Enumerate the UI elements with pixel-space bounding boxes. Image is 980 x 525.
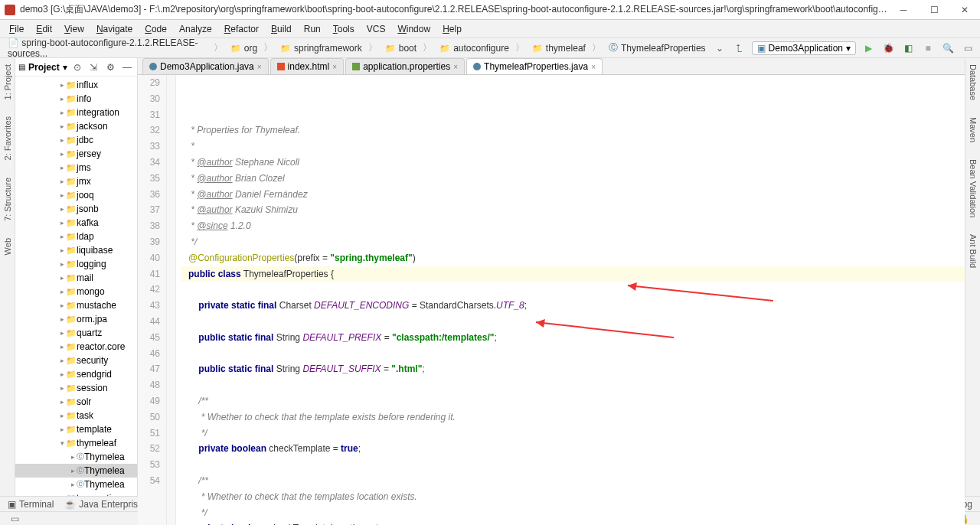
- fold-gutter[interactable]: [167, 75, 176, 525]
- tree-node[interactable]: ▸ task: [15, 409, 137, 422]
- tab-terminal[interactable]: ▣Terminal: [8, 499, 54, 510]
- tree-node[interactable]: ▸ info: [15, 92, 137, 106]
- editor-tabs: Demo3Application.java×index.html×applica…: [138, 58, 965, 75]
- status-icon[interactable]: ▭: [5, 514, 25, 524]
- code-text[interactable]: * Properties for Thymeleaf. * * @author …: [176, 75, 965, 525]
- tree-node[interactable]: ▸ influx: [15, 78, 137, 92]
- tool-favorites[interactable]: 2: Favorites: [3, 113, 12, 163]
- tool-database[interactable]: Database: [969, 61, 978, 103]
- tree-node[interactable]: ▸ jmx: [15, 174, 137, 188]
- close-button[interactable]: ✕: [949, 0, 980, 19]
- tree-node[interactable]: ▸Ⓒ Thymelea: [15, 478, 137, 491]
- menu-build[interactable]: Build: [265, 22, 298, 36]
- chevron-down-icon: ▾: [846, 43, 851, 54]
- hammer-icon[interactable]: ⮤: [732, 41, 747, 56]
- editor-tab[interactable]: index.html×: [270, 58, 345, 74]
- menu-file[interactable]: File: [3, 22, 30, 36]
- navbar: 📄 spring-boot-autoconfigure-2.1.2.RELEAS…: [0, 38, 980, 58]
- editor-tab[interactable]: ThymeleafProperties.java×: [466, 58, 603, 74]
- tree-node[interactable]: ▸ jersey: [15, 147, 137, 161]
- menu-refactor[interactable]: Refactor: [218, 22, 265, 36]
- menu-vcs[interactable]: VCS: [361, 22, 392, 36]
- run-config-label: Demo3Application: [769, 43, 843, 54]
- debug-button[interactable]: 🐞: [880, 41, 896, 56]
- tree-node[interactable]: ▸ solr: [15, 395, 137, 409]
- tree-node[interactable]: ▸ logging: [15, 257, 137, 271]
- tree-node[interactable]: ▾ thymeleaf: [15, 436, 137, 450]
- menu-analyze[interactable]: Analyze: [173, 22, 218, 36]
- menu-tools[interactable]: Tools: [327, 22, 361, 36]
- tree-node[interactable]: ▸ mail: [15, 271, 137, 285]
- gear-icon[interactable]: ⚙: [103, 60, 117, 75]
- tree-node[interactable]: ▸ jackson: [15, 119, 137, 133]
- tool-bean-validation[interactable]: Bean Validation: [969, 156, 978, 220]
- tree-node[interactable]: ▸ liquibase: [15, 243, 137, 257]
- left-tool-strip: 1: Project 2: Favorites 7: Structure Web: [0, 58, 15, 496]
- editor-tab[interactable]: Demo3Application.java×: [142, 58, 269, 74]
- crumb-item[interactable]: org〉: [227, 41, 276, 55]
- run-button[interactable]: ▶: [861, 41, 876, 56]
- titlebar: demo3 [G:\桌面\JAVA\demo3] - F:\.m2\reposi…: [0, 0, 980, 20]
- collapse-icon[interactable]: ⇲: [87, 60, 101, 75]
- main-area: 1: Project 2: Favorites 7: Structure Web…: [0, 58, 980, 496]
- tree-node[interactable]: ▸Ⓒ Thymelea: [15, 464, 137, 478]
- stop-button[interactable]: ■: [920, 41, 936, 56]
- tree-node[interactable]: ▸ template: [15, 422, 137, 436]
- tree-node[interactable]: ▸ session: [15, 381, 137, 395]
- tree-node[interactable]: ▸ quartz: [15, 326, 137, 340]
- tree-node[interactable]: ▸ security: [15, 354, 137, 367]
- menu-navigate[interactable]: Navigate: [90, 22, 139, 36]
- menu-help[interactable]: Help: [436, 22, 468, 36]
- tree-node[interactable]: ▸ orm.jpa: [15, 312, 137, 326]
- minimize-button[interactable]: ─: [888, 0, 919, 19]
- crumb-item[interactable]: autoconfigure〉: [436, 41, 528, 55]
- tree-node[interactable]: ▸ reactor.core: [15, 340, 137, 354]
- tree-node[interactable]: ▸ sendgrid: [15, 367, 137, 381]
- menu-window[interactable]: Window: [391, 22, 436, 36]
- right-tool-strip: Database Maven Bean Validation Ant Build: [965, 58, 980, 496]
- locate-icon[interactable]: ⊙: [70, 60, 84, 75]
- tab-java-enterprise[interactable]: ☕Java Enterprise: [64, 499, 142, 510]
- tree-node[interactable]: ▸ jms: [15, 161, 137, 174]
- crumb-item[interactable]: 📄 spring-boot-autoconfigure-2.1.2.RELEAS…: [5, 37, 226, 60]
- tree-node[interactable]: ▸ jsonb: [15, 202, 137, 216]
- layout-icon[interactable]: ▭: [960, 41, 975, 56]
- code-area[interactable]: 2930313233343536373839404142434445464748…: [138, 75, 965, 525]
- menu-run[interactable]: Run: [298, 22, 327, 36]
- menu-code[interactable]: Code: [139, 22, 173, 36]
- menu-edit[interactable]: Edit: [30, 22, 58, 36]
- search-icon[interactable]: 🔍: [940, 41, 956, 56]
- tree-node[interactable]: ▸ jdbc: [15, 133, 137, 147]
- tool-ant-build[interactable]: Ant Build: [969, 231, 978, 271]
- run-config-combo[interactable]: ▣ Demo3Application ▾: [752, 41, 856, 55]
- tree-node[interactable]: ▸ ldap: [15, 230, 137, 243]
- tool-project[interactable]: 1: Project: [3, 61, 12, 103]
- tree-node[interactable]: ▸ kafka: [15, 216, 137, 230]
- tool-web[interactable]: Web: [3, 235, 12, 258]
- crumb-item[interactable]: thymeleaf〉: [529, 41, 604, 55]
- tree-node[interactable]: ▸ transaction: [15, 491, 137, 496]
- editor: Demo3Application.java×index.html×applica…: [138, 58, 965, 496]
- coverage-button[interactable]: ◧: [900, 41, 916, 56]
- app-icon: [5, 5, 15, 15]
- tree-node[interactable]: ▸ mustache: [15, 298, 137, 312]
- menu-view[interactable]: View: [58, 22, 90, 36]
- tree-node[interactable]: ▸ jooq: [15, 188, 137, 202]
- crumb-item[interactable]: boot〉: [382, 41, 435, 55]
- project-panel: ▤ Project ▾ ⊙ ⇲ ⚙ — ▸ influx▸ info▸ inte…: [15, 58, 138, 496]
- crumb-item[interactable]: springframework〉: [277, 41, 381, 55]
- tool-maven[interactable]: Maven: [969, 114, 978, 145]
- tree-node[interactable]: ▸ integration: [15, 106, 137, 119]
- tree-node[interactable]: ▸Ⓒ Thymelea: [15, 450, 137, 464]
- nav-dropdown-icon[interactable]: ⌄: [712, 41, 727, 56]
- crumb-item[interactable]: Ⓒ ThymeleafProperties: [606, 41, 709, 55]
- line-gutter: 2930313233343536373839404142434445464748…: [138, 75, 167, 525]
- breadcrumb: 📄 spring-boot-autoconfigure-2.1.2.RELEAS…: [5, 37, 709, 60]
- maximize-button[interactable]: ☐: [919, 0, 949, 19]
- editor-tab[interactable]: application.properties×: [345, 58, 465, 74]
- project-tree[interactable]: ▸ influx▸ info▸ integration▸ jackson▸ jd…: [15, 77, 137, 496]
- menubar: File Edit View Navigate Code Analyze Ref…: [0, 20, 980, 38]
- tool-structure[interactable]: 7: Structure: [3, 174, 12, 224]
- tree-node[interactable]: ▸ mongo: [15, 285, 137, 298]
- hide-icon[interactable]: —: [120, 60, 134, 75]
